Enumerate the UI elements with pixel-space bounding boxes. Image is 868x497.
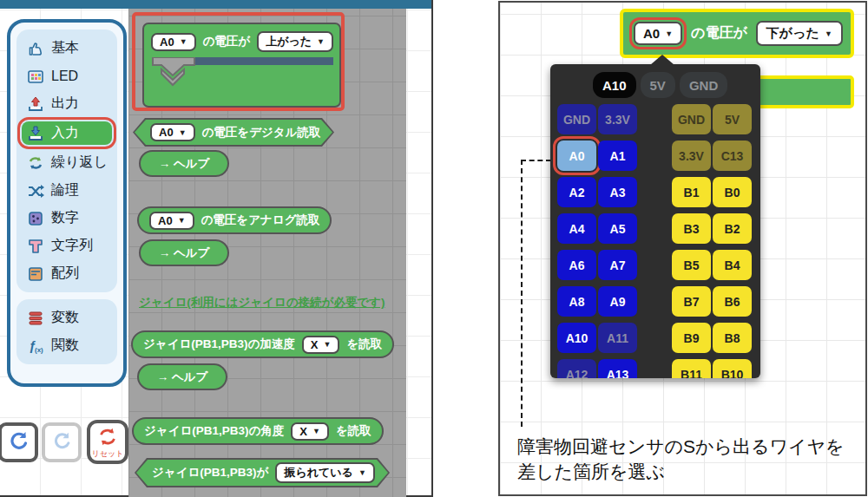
pin-dropdown[interactable]: A0 ▼	[149, 212, 194, 230]
letter-t-icon	[27, 238, 44, 255]
state-dropdown[interactable]: 下がった ▼	[756, 21, 843, 46]
pin-cell[interactable]: B9	[672, 323, 711, 353]
pin-cell[interactable]: 3.3V	[598, 104, 637, 134]
pin-cell[interactable]: GND	[672, 104, 711, 134]
pin-pill[interactable]: A10	[593, 72, 636, 98]
toolbox-item-output[interactable]: 出力	[22, 94, 112, 114]
block-label: の電圧が	[203, 34, 251, 49]
pin-cell[interactable]: B3	[672, 213, 711, 244]
pin-cell[interactable]: A4	[557, 213, 596, 244]
gyro-shake-block[interactable]: ジャイロ(PB1,PB3)が 振られている ▼	[135, 458, 390, 487]
pin-cell[interactable]: C13	[713, 141, 752, 171]
pin-cell[interactable]: A10	[557, 323, 596, 353]
gyro-angle-block[interactable]: ジャイロ(PB1,PB3)の角度 X ▼ を読取	[132, 417, 384, 445]
chevron-down-icon: ▼	[317, 37, 325, 46]
pin-cell[interactable]: A9	[598, 286, 637, 317]
toolbox-item-numbers[interactable]: 数字	[22, 208, 112, 228]
pin-cell[interactable]: A12	[557, 359, 596, 378]
highlighted-event-block[interactable]: A0 ▼ の電圧が 下がった ▼	[620, 9, 854, 58]
toolbox-item-loops[interactable]: 繰り返し	[22, 153, 112, 173]
help-block[interactable]: → ヘルプ	[137, 363, 227, 390]
pin-cell[interactable]: B1	[672, 177, 711, 207]
block-label: の電圧が	[691, 24, 747, 43]
toolbox-group-main: 基本 LED 出力 入	[16, 29, 117, 292]
pin-cell[interactable]: A2	[557, 177, 596, 207]
reset-cycle-icon	[96, 427, 119, 451]
pin-cell[interactable]: 5V	[713, 104, 752, 134]
chevron-down-icon: ▼	[324, 340, 332, 349]
pin-cell[interactable]: B2	[713, 213, 752, 244]
undo-button[interactable]	[0, 422, 38, 462]
caption-text: 障害物回避センサのSから出るワイヤを 差した箇所を選ぶ	[517, 434, 844, 484]
gyro-accel-block[interactable]: ジャイロ(PB1,PB3)の加速度 X ▼ を読取	[131, 330, 394, 358]
pin-cell[interactable]: A0	[557, 141, 596, 171]
annotation-dashed-line	[521, 160, 523, 427]
redo-button[interactable]	[42, 422, 82, 462]
voltage-event-block[interactable]: A0 ▼ の電圧が 上がった ▼	[142, 23, 341, 108]
chevron-down-icon: ▼	[312, 427, 320, 435]
pin-cell[interactable]: A6	[557, 250, 596, 280]
download-tray-icon	[27, 125, 44, 142]
pin-dropdown[interactable]: A0 ▼	[634, 22, 682, 45]
pin-pill[interactable]: 5V	[641, 72, 675, 98]
toolbox-item-led[interactable]: LED	[22, 66, 112, 86]
pin-cell[interactable]: B0	[713, 177, 752, 207]
toolbox-item-basic[interactable]: 基本	[22, 38, 112, 58]
pin-cell[interactable]: A1	[598, 141, 637, 171]
pin-cell[interactable]: A13	[598, 359, 637, 378]
pin-cell[interactable]: GND	[557, 104, 596, 134]
pin-cell[interactable]: B7	[672, 286, 711, 317]
pin-cell[interactable]: B10	[713, 359, 752, 378]
screenshot-stage: A0 ▼ の電圧が 上がった ▼	[0, 0, 868, 497]
list-box-icon	[27, 265, 44, 283]
red-highlight-annotation: A0 ▼ の電圧が 上がった ▼	[132, 12, 345, 111]
pin-grid-right: GND5V3.3VC13B1B0B3B2B5B4B7B6B9B8B11B10	[672, 104, 752, 378]
pin-cell[interactable]: B4	[713, 250, 752, 280]
shake-state-dropdown[interactable]: 振られている ▼	[275, 462, 374, 483]
state-dropdown[interactable]: 上がった ▼	[257, 31, 333, 52]
toolbox-item-input[interactable]: 入力	[22, 121, 112, 145]
toolbox-item-functions[interactable]: ƒ(x) 関数	[22, 336, 112, 356]
pin-pill[interactable]: GND	[680, 72, 727, 98]
svg-text:(x): (x)	[35, 346, 43, 354]
detail-panel: A0 ▼ の電圧が 下がった ▼ A105VGND GND3.3VA0A1A2A…	[498, 1, 867, 496]
help-block[interactable]: → ヘルプ	[139, 150, 229, 177]
pin-cell[interactable]: B11	[672, 359, 711, 378]
pin-dropdown[interactable]: A0 ▼	[151, 33, 196, 51]
axis-dropdown[interactable]: X ▼	[302, 336, 340, 354]
repeat-arrows-icon	[27, 154, 44, 172]
reset-button[interactable]: リセット	[87, 420, 128, 464]
gyro-section-label: ジャイロ(利用にはジャイロの接続が必要です)	[139, 295, 385, 311]
top-accent-bar	[0, 0, 431, 9]
chevron-down-icon: ▼	[179, 128, 187, 137]
chevron-down-icon: ▼	[180, 37, 187, 46]
toolbox-item-variables[interactable]: 変数	[22, 308, 112, 328]
toolbox-item-arrays[interactable]: 配列	[22, 264, 112, 284]
pin-cell[interactable]: A3	[598, 177, 637, 207]
toolbox: 基本 LED 出力 入	[7, 19, 127, 387]
popup-caret-icon	[650, 55, 674, 65]
analog-read-block[interactable]: A0 ▼ の電圧をアナログ読取	[137, 206, 332, 234]
pin-cell[interactable]: B5	[672, 250, 711, 280]
pin-dropdown[interactable]: A0 ▼	[150, 123, 195, 141]
pin-cell[interactable]: B8	[713, 323, 752, 353]
pin-cell[interactable]: A7	[598, 250, 637, 280]
pin-grid-left: GND3.3VA0A1A2A3A4A5A6A7A8A9A10A11A12A13	[557, 104, 637, 378]
toolbox-flyout: A0 ▼ の電圧が 上がった ▼	[128, 9, 406, 497]
pin-cell[interactable]: 3.3V	[672, 141, 711, 171]
led-grid-icon	[27, 68, 44, 85]
toolbox-group-extra: 変数 ƒ(x) 関数	[16, 299, 117, 364]
shuffle-arrows-icon	[27, 182, 44, 199]
pin-cell[interactable]: B6	[713, 286, 752, 317]
toolbox-item-strings[interactable]: 文字列	[22, 236, 112, 256]
digital-read-block[interactable]: A0 ▼ の電圧をデジタル読取	[133, 118, 334, 147]
reset-label: リセット	[92, 450, 124, 458]
help-block[interactable]: → ヘルプ	[139, 239, 229, 266]
statement-notch-icon	[149, 57, 337, 87]
toolbox-item-logic[interactable]: 論理	[22, 180, 112, 200]
axis-dropdown[interactable]: X ▼	[291, 422, 329, 441]
pin-cell[interactable]: A5	[598, 213, 637, 244]
popup-pill-row: A105VGND	[593, 72, 727, 98]
pin-cell[interactable]: A8	[557, 286, 596, 317]
pin-cell[interactable]: A11	[598, 323, 637, 353]
